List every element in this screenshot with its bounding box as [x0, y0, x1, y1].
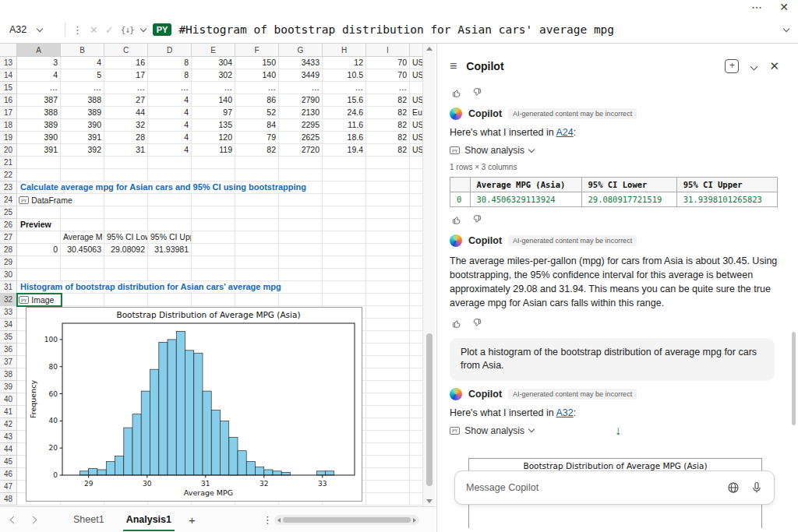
cell-I28[interactable]: [366, 244, 410, 256]
vertical-scrollbar-thumb[interactable]: [426, 333, 433, 486]
cell-F14[interactable]: 140: [235, 69, 279, 82]
cell-J31[interactable]: [410, 281, 422, 294]
column-header-B[interactable]: B: [61, 44, 104, 57]
cell-H28[interactable]: [323, 244, 366, 256]
cell-E22[interactable]: [192, 169, 235, 181]
row-header-21[interactable]: 21: [0, 157, 17, 169]
cell-B13[interactable]: 4: [61, 57, 104, 69]
scroll-right-arrow-icon[interactable]: [413, 518, 416, 523]
cell-I27[interactable]: [366, 231, 410, 244]
sheet-list-overflow-icon[interactable]: ⋮: [263, 514, 273, 526]
cell-G28[interactable]: [279, 244, 323, 256]
cell-I41[interactable]: [366, 406, 410, 418]
cell-B16[interactable]: 388: [61, 94, 104, 107]
cell-F17[interactable]: 52: [235, 107, 279, 119]
copilot-input[interactable]: Message Copilot: [454, 470, 775, 505]
cell-J21[interactable]: [410, 157, 422, 169]
cell-E19[interactable]: 120: [192, 132, 235, 144]
cell-F13[interactable]: 150: [235, 57, 279, 69]
cell-I39[interactable]: [366, 381, 410, 393]
cell-B25[interactable]: [61, 206, 104, 219]
horizontal-scrollbar-thumb[interactable]: [283, 517, 411, 523]
cell-I33[interactable]: [366, 306, 410, 319]
row-header-15[interactable]: 15: [0, 82, 17, 94]
cell-B32[interactable]: [61, 294, 104, 306]
cell-I46[interactable]: [366, 468, 410, 481]
scroll-to-latest-arrow[interactable]: ↓: [615, 424, 621, 438]
cell-G16[interactable]: 2790: [279, 94, 323, 107]
thumbs-down-icon[interactable]: [471, 87, 482, 100]
cell-H24[interactable]: [323, 194, 366, 206]
cell-E29[interactable]: [192, 256, 235, 269]
row-header-16[interactable]: 16: [0, 94, 17, 107]
cell-J16[interactable]: US: [410, 94, 422, 107]
cell-A13[interactable]: 3: [17, 57, 61, 69]
cell-J42[interactable]: [410, 418, 422, 431]
cell-G20[interactable]: 2720: [279, 144, 323, 157]
cell-I31[interactable]: [366, 281, 410, 294]
row-header-28[interactable]: 28: [0, 244, 17, 256]
cell-E21[interactable]: [192, 157, 235, 169]
cell-G18[interactable]: 2295: [279, 119, 323, 132]
row-header-41[interactable]: 41: [0, 406, 17, 418]
cell-C24[interactable]: [104, 194, 148, 206]
cell-G32[interactable]: [279, 294, 323, 306]
cell-D29[interactable]: [148, 256, 192, 269]
cell-G22[interactable]: [279, 169, 323, 181]
web-grounding-icon[interactable]: [727, 481, 740, 494]
row-header-48[interactable]: 48: [0, 493, 17, 506]
column-header-F[interactable]: F: [235, 44, 279, 57]
cell-E30[interactable]: [192, 269, 235, 281]
cell-A15[interactable]: …: [17, 82, 61, 94]
cell-F18[interactable]: 84: [235, 119, 279, 132]
cell-A20[interactable]: 391: [17, 144, 61, 157]
cell-I43[interactable]: [366, 431, 410, 443]
cell-B18[interactable]: 390: [61, 119, 104, 132]
cell-A19[interactable]: 390: [17, 132, 61, 144]
cell-G14[interactable]: 3449: [279, 69, 323, 82]
embedded-chart-object[interactable]: 2930313233020406080100Bootstrap Distribu…: [26, 307, 362, 502]
cell-F20[interactable]: 82: [235, 144, 279, 157]
cell-D25[interactable]: [148, 206, 192, 219]
cell-J45[interactable]: [410, 456, 422, 468]
cell-I47[interactable]: [366, 481, 410, 493]
cell-A17[interactable]: 388: [17, 107, 61, 119]
cell-H30[interactable]: [323, 269, 366, 281]
cell-I32[interactable]: [366, 294, 410, 306]
cell-I36[interactable]: [366, 344, 410, 356]
cell-J24[interactable]: [410, 194, 422, 206]
row-header-38[interactable]: 38: [0, 368, 17, 381]
cell-A16[interactable]: 387: [17, 94, 61, 107]
cell-D17[interactable]: 4: [148, 107, 192, 119]
cell-G21[interactable]: [279, 157, 323, 169]
cell-D27[interactable]: 95% CI Upper: [148, 231, 192, 244]
cell-H26[interactable]: [323, 219, 366, 231]
cell-G13[interactable]: 3433: [279, 57, 323, 69]
cell-D15[interactable]: …: [148, 82, 192, 94]
row-header-37[interactable]: 37: [0, 356, 17, 368]
cell-E13[interactable]: 304: [192, 57, 235, 69]
cell-I25[interactable]: [366, 206, 410, 219]
thumbs-down-icon[interactable]: [471, 214, 482, 227]
cell-E24[interactable]: [192, 194, 235, 206]
cell-J20[interactable]: US: [410, 144, 422, 157]
cell-A29[interactable]: [17, 256, 61, 269]
scroll-left-arrow-icon[interactable]: [277, 518, 281, 523]
cell-D28[interactable]: 31.93981: [148, 244, 192, 256]
cell-H31[interactable]: [323, 281, 366, 294]
cell-B14[interactable]: 5: [61, 69, 104, 82]
cell-I13[interactable]: 70: [366, 57, 410, 69]
row-header-19[interactable]: 19: [0, 132, 17, 144]
cell-E26[interactable]: [192, 219, 235, 231]
python-function-icon[interactable]: {↓}: [121, 25, 134, 35]
formula-input[interactable]: #Histogram of bootstrap distribution for…: [178, 23, 777, 36]
row-header-45[interactable]: 45: [0, 456, 17, 468]
cell-B20[interactable]: 392: [61, 144, 104, 157]
cell-J18[interactable]: US: [410, 119, 422, 132]
cell-H15[interactable]: …: [323, 82, 366, 94]
prev-sheet-icon[interactable]: [10, 516, 18, 523]
cell-link-a24[interactable]: A24: [556, 127, 573, 138]
cell-I42[interactable]: [366, 418, 410, 431]
cell-J19[interactable]: US: [410, 132, 422, 144]
cell-H20[interactable]: 19.4: [323, 144, 366, 157]
